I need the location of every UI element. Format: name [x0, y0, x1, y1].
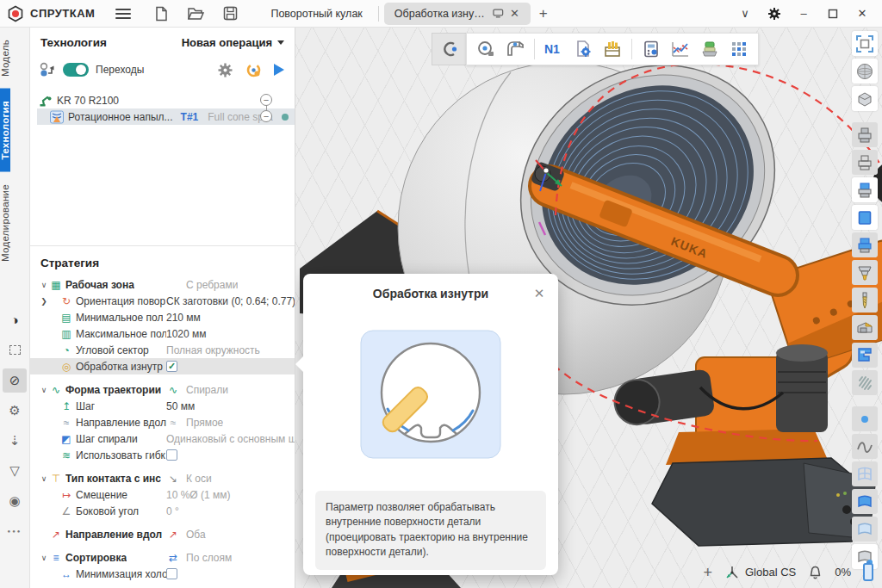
- strategy-row-0[interactable]: ∨▦Рабочая зонаС ребрами: [30, 276, 295, 293]
- mesh-icon[interactable]: [852, 461, 878, 486]
- maximize-button[interactable]: [820, 3, 846, 25]
- tool-drill-icon[interactable]: [852, 288, 878, 313]
- checkbox-unchecked[interactable]: [166, 449, 177, 461]
- save-file-icon[interactable]: [217, 3, 243, 25]
- tab-operation-active[interactable]: Обработка изнутри ✕: [384, 3, 531, 25]
- part-bottom-blue-icon[interactable]: [852, 232, 878, 257]
- collapse-badge-icon[interactable]: −: [260, 94, 272, 106]
- new-operation-button[interactable]: Новая операция: [182, 36, 284, 49]
- part-blue-icon[interactable]: [852, 205, 878, 230]
- tab-document[interactable]: Поворотный кулак: [260, 3, 372, 25]
- strategy-value[interactable]: 210 мм: [166, 312, 201, 324]
- rail-tab-технология[interactable]: Технология: [0, 89, 10, 172]
- strategy-value[interactable]: 0 °: [166, 505, 179, 517]
- new-file-icon[interactable]: [148, 3, 174, 25]
- minimize-button[interactable]: –: [791, 3, 817, 25]
- strategy-row-14[interactable]: ↗Направление вдол↗Оба: [30, 526, 295, 542]
- postprocessor-icon[interactable]: ▽: [3, 459, 27, 483]
- more-icon[interactable]: ●●●: [3, 519, 27, 543]
- strategy-row-2[interactable]: ▤Минимальное пол210 мм: [30, 309, 295, 325]
- stack-icon[interactable]: [696, 36, 724, 62]
- strategy-value[interactable]: ∿Спирали: [166, 384, 228, 396]
- add-cs-button[interactable]: +: [703, 565, 712, 580]
- view-box-icon[interactable]: [852, 86, 878, 111]
- expander-open-icon[interactable]: ∨: [39, 474, 49, 483]
- surface-light-icon[interactable]: [852, 517, 878, 542]
- strategy-row-5[interactable]: ◎Обработка изнутр✓: [30, 358, 295, 374]
- strategy-row-16[interactable]: ↔Минимизация холо: [30, 566, 295, 582]
- close-button[interactable]: ✕: [849, 3, 875, 25]
- strategy-value[interactable]: ↘К оси: [166, 473, 212, 485]
- viewport-3d[interactable]: KUKA: [295, 28, 882, 588]
- strategy-value[interactable]: Полная окружность: [166, 344, 260, 356]
- strategy-value[interactable]: С ребрами: [166, 279, 238, 291]
- strategy-row-13[interactable]: ∠Боковой угол0 °: [30, 503, 295, 519]
- strategy-value[interactable]: ≈Прямое: [166, 417, 223, 429]
- strategy-row-9[interactable]: ◩Шаг спиралиОдинаковый с основным ш.: [30, 430, 295, 447]
- view-sphere-icon[interactable]: [852, 59, 878, 84]
- app-settings-icon[interactable]: [761, 3, 787, 25]
- strategy-value[interactable]: ⇄По слоям: [166, 552, 232, 564]
- strategy-value[interactable]: Одинаковый с основным ш.: [166, 433, 295, 445]
- strategy-row-12[interactable]: ↦Смещение10 %Ø (1 мм): [30, 486, 295, 503]
- strategy-value[interactable]: 1020 мм: [166, 328, 207, 340]
- strategy-row-15[interactable]: ∨≡Сортировка⇄По слоям: [30, 549, 295, 566]
- strategy-row-1[interactable]: ❯↻Ориентация поворСК заготовки (0; 0.64;…: [30, 293, 295, 309]
- fixture-icon[interactable]: [852, 315, 878, 340]
- strategy-value[interactable]: 50 мм: [166, 400, 195, 412]
- part-top-blue-icon[interactable]: [852, 177, 878, 202]
- rail-tab-моделирование[interactable]: Моделирование: [0, 172, 10, 274]
- gcode-icon[interactable]: N1: [540, 36, 568, 62]
- strategy-row-3[interactable]: ▥Максимальное пол1020 мм: [30, 325, 295, 342]
- strategy-row-8[interactable]: ≈Направление вдол≈Прямое: [30, 414, 295, 430]
- caliper-icon[interactable]: [501, 36, 529, 62]
- tool-holder-icon[interactable]: [852, 260, 878, 285]
- expander-open-icon[interactable]: ∨: [39, 281, 49, 289]
- strategy-icon[interactable]: ⊘: [3, 368, 27, 393]
- blocks-icon[interactable]: [725, 36, 753, 62]
- strategy-value[interactable]: [166, 449, 177, 461]
- strategy-row-7[interactable]: ↥Шаг50 мм: [30, 398, 295, 414]
- strategy-row-10[interactable]: ≋Использовать гибк: [30, 447, 295, 463]
- checkbox-unchecked[interactable]: [166, 568, 177, 579]
- tree-row-operation[interactable]: Ротационное напыл... Т#1 Full cone spra …: [37, 108, 295, 125]
- curve-icon[interactable]: [852, 434, 878, 459]
- magnet-snap-button[interactable]: [432, 33, 466, 65]
- surface-filled-icon[interactable]: [852, 489, 878, 514]
- expander-closed-icon[interactable]: ❯: [39, 297, 49, 306]
- strategy-row-11[interactable]: ∨⊤Тип контакта с инс↘К оси: [30, 470, 295, 486]
- strategy-value[interactable]: 10 %Ø (1 мм): [166, 489, 231, 501]
- workpiece-icon[interactable]: [852, 122, 878, 147]
- notifications-bell-icon[interactable]: [808, 565, 823, 580]
- strategy-value[interactable]: ✓: [166, 361, 177, 372]
- calculator-icon[interactable]: [637, 36, 665, 62]
- strategy-value[interactable]: ↗Оба: [166, 529, 206, 541]
- quadrant-view-icon[interactable]: ◑: [3, 308, 27, 332]
- machine-head-icon[interactable]: [852, 343, 878, 368]
- toolbox-icon[interactable]: [599, 36, 626, 62]
- selection-box-icon[interactable]: [3, 338, 27, 362]
- strategy-row-6[interactable]: ∨∿Форма траектории∿Спирали: [30, 381, 295, 398]
- expander-open-icon[interactable]: ∨: [39, 554, 49, 562]
- transitions-icon[interactable]: [39, 61, 56, 78]
- machine-icon[interactable]: ◉: [3, 489, 27, 513]
- statistics-icon[interactable]: [667, 36, 694, 62]
- tree-row-machine[interactable]: KR 70 R2100 −: [37, 92, 295, 108]
- gear-icon[interactable]: [217, 62, 233, 78]
- tab-close-icon[interactable]: ✕: [509, 7, 520, 20]
- popup-close-icon[interactable]: ✕: [532, 286, 546, 301]
- expander-open-icon[interactable]: ∨: [39, 386, 49, 394]
- checkbox-checked[interactable]: ✓: [166, 361, 177, 372]
- simulate-icon[interactable]: [245, 62, 262, 78]
- transitions-toggle[interactable]: [63, 63, 89, 77]
- menu-icon[interactable]: [115, 9, 131, 19]
- toolpath-hatch-icon[interactable]: [852, 370, 878, 395]
- run-operation-button[interactable]: [274, 64, 284, 76]
- strategy-row-4[interactable]: ◔Угловой секторПолная окружность: [30, 342, 295, 358]
- strategy-value[interactable]: СК заготовки (0; 0.64; 0.77): [166, 295, 295, 307]
- point-icon[interactable]: [852, 406, 878, 431]
- fit-view-icon[interactable]: [852, 31, 878, 56]
- workpiece-outline-icon[interactable]: [852, 150, 878, 175]
- simulation-icon[interactable]: ⇣: [3, 429, 27, 453]
- collapse-badge-icon[interactable]: −: [260, 110, 272, 122]
